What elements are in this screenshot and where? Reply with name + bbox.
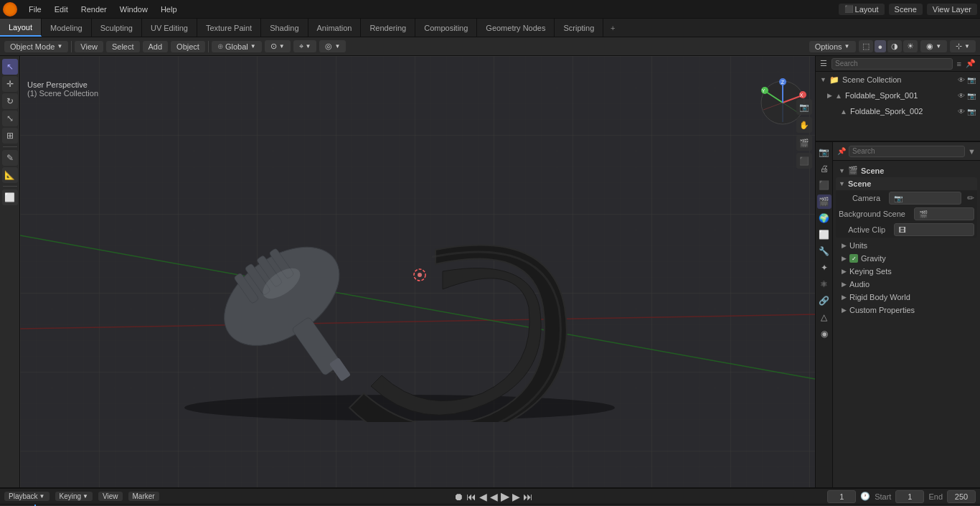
view-menu[interactable]: View [75,41,103,52]
jump-to-end-button[interactable]: ⏭ [523,491,533,502]
prop-world-icon[interactable]: 🌍 [817,211,831,225]
spork001-vis-icon[interactable]: 👁 [958,92,965,100]
menu-edit[interactable]: Edit [49,4,74,15]
viewport-overlays[interactable]: ◉ ▼ [920,40,947,52]
tab-geometry-nodes[interactable]: Geometry Nodes [477,19,555,37]
annotate-tool[interactable]: ✎ [2,150,18,166]
add-workspace-button[interactable]: + [603,19,622,37]
camera-edit-icon[interactable]: ✏ [967,193,974,203]
record-button[interactable]: ⏺ [453,491,463,502]
snapping-toggle[interactable]: ⌖ ▼ [293,40,317,52]
collection-view-icon[interactable]: ⬛ [796,153,812,169]
jump-to-start-button[interactable]: ⏮ [466,491,476,502]
select-menu[interactable]: Select [106,41,140,52]
prop-data-icon[interactable]: △ [817,310,831,324]
spork002-render-icon[interactable]: 📷 [967,108,976,116]
view-timeline-menu[interactable]: View [98,492,123,501]
camera-field[interactable]: 📷 [889,192,961,205]
object-mode-dropdown[interactable]: Object Mode ▼ [4,41,68,52]
select-tool[interactable]: ↖ [2,59,18,75]
grab-icon[interactable]: ✋ [796,117,812,133]
gravity-checkbox[interactable]: ✓ [849,254,858,263]
rigid-body-world-section[interactable]: ▶ Rigid Body World [836,291,977,304]
pivot-point[interactable]: ⊙ ▼ [265,40,291,52]
collection-vis-icon[interactable]: 👁 [958,76,965,84]
outliner-item-spork002[interactable]: ▲ Foldable_Spork_002 👁 📷 [816,103,980,119]
collection-render-icon[interactable]: 📷 [967,76,976,84]
props-pin-icon[interactable]: 📌 [837,147,846,155]
properties-search-input[interactable] [849,146,965,157]
prop-render-icon[interactable]: 📷 [817,145,831,159]
scene-subsection-header[interactable]: ▼ Scene [836,177,977,190]
tab-texture-paint[interactable]: Texture Paint [197,19,261,37]
prop-output-icon[interactable]: 🖨 [817,161,831,176]
play-reverse-button[interactable]: ◀ [490,491,498,502]
measure-tool[interactable]: 📐 [2,167,18,183]
viewport[interactable]: User Perspective (1) Scene Collection X … [20,56,815,487]
audio-section[interactable]: ▶ Audio [836,278,977,291]
keying-menu[interactable]: Keying ▼ [55,492,93,501]
outliner-search-input[interactable] [831,58,953,70]
viewport-gizmo[interactable]: ⊹ ▼ [950,40,976,52]
prop-view-layer-icon[interactable]: ⬛ [817,178,831,192]
solid-mode[interactable]: ● [875,40,887,52]
prop-physics-icon[interactable]: ⚛ [817,277,831,291]
prop-constraints-icon[interactable]: 🔗 [817,294,831,308]
tab-compositing[interactable]: Compositing [415,19,477,37]
outliner-item-spork001[interactable]: ▶ ▲ Foldable_Spork_001 👁 📷 [816,88,980,103]
tab-rendering[interactable]: Rendering [361,19,415,37]
prop-material-icon[interactable]: ◉ [817,327,831,341]
spork001-render-icon[interactable]: 📷 [967,92,976,100]
play-button[interactable]: ▶ [501,489,509,503]
outliner-scene-collection[interactable]: ▼ 📁 Scene Collection 👁 📷 [816,72,980,88]
units-section[interactable]: ▶ Units [836,239,977,252]
menu-file[interactable]: File [23,4,47,15]
add-menu[interactable]: Add [143,41,169,52]
props-filter-icon[interactable]: ▼ [968,147,976,156]
tab-modeling[interactable]: Modeling [42,19,92,37]
prev-keyframe-button[interactable]: ◀ [479,491,487,502]
current-frame-input[interactable] [827,490,856,503]
background-scene-field[interactable]: 🎬 [914,207,974,220]
rotate-tool[interactable]: ↻ [2,93,18,109]
tab-uv-editing[interactable]: UV Editing [142,19,197,37]
add-cube-tool[interactable]: ⬜ [2,189,18,205]
marker-menu[interactable]: Marker [128,492,159,501]
tab-layout[interactable]: Layout [0,19,42,37]
tab-animation[interactable]: Animation [308,19,362,37]
custom-properties-section[interactable]: ▶ Custom Properties [836,304,977,317]
end-frame-input[interactable] [947,490,976,503]
render-region-icon[interactable]: 🎬 [796,135,812,151]
move-tool[interactable]: ✛ [2,76,18,92]
prop-particles-icon[interactable]: ✦ [817,261,831,275]
outliner-filter-icon[interactable]: ≡ [957,60,961,68]
viewport-options[interactable]: Options ▼ [809,41,856,52]
next-keyframe-button[interactable]: ▶ [512,491,520,502]
start-frame-input[interactable] [895,490,924,503]
tab-scripting[interactable]: Scripting [555,19,603,37]
transform-tool[interactable]: ⊞ [2,128,18,144]
menu-help[interactable]: Help [155,4,183,15]
wireframe-mode[interactable]: ⬚ [859,40,873,52]
active-clip-field[interactable]: 🎞 [894,223,974,236]
tab-sculpting[interactable]: Sculpting [92,19,142,37]
camera-view-icon[interactable]: 📷 [796,99,812,115]
gravity-section[interactable]: ▶ ✓ Gravity [836,252,977,265]
transform-orientation[interactable]: ⊕ Global ▼ [212,41,262,52]
prop-object-icon[interactable]: ⬜ [817,228,831,242]
spork002-vis-icon[interactable]: 👁 [958,108,965,116]
outliner-pin-icon[interactable]: 📌 [966,59,976,68]
prop-modifiers-icon[interactable]: 🔧 [817,244,831,258]
menu-window[interactable]: Window [114,4,154,15]
playback-menu[interactable]: Playback ▼ [4,492,50,501]
rendered-mode[interactable]: ☀ [903,40,918,52]
keying-sets-section[interactable]: ▶ Keying Sets [836,265,977,278]
scale-tool[interactable]: ⤡ [2,111,18,126]
proportional-editing[interactable]: ◎ ▼ [319,40,346,52]
material-preview[interactable]: ◑ [887,40,902,52]
tab-shading[interactable]: Shading [261,19,308,37]
scene-section-header[interactable]: ▼ 🎬 Scene [836,164,977,177]
object-menu[interactable]: Object [171,41,205,52]
menu-render[interactable]: Render [75,4,113,15]
prop-scene-icon[interactable]: 🎬 [817,195,831,209]
